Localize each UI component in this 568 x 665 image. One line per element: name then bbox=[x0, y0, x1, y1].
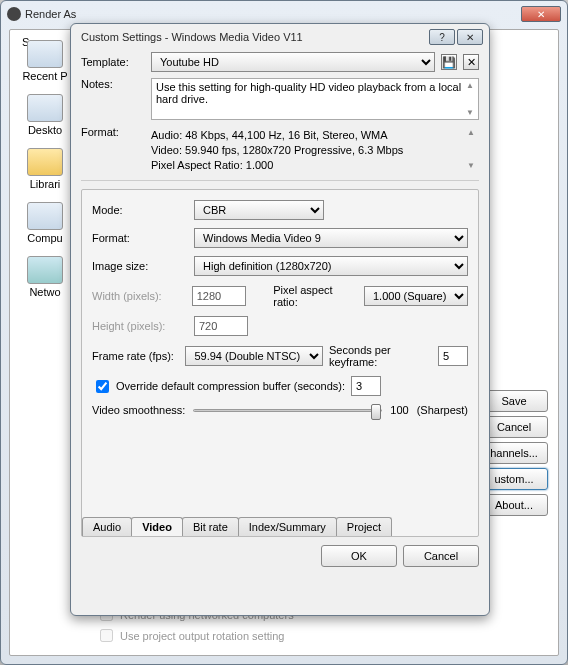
window-title: Render As bbox=[21, 8, 521, 20]
save-button[interactable]: Save bbox=[480, 390, 548, 412]
format-label: Format: bbox=[81, 126, 145, 138]
imgsize-label: Image size: bbox=[92, 260, 188, 272]
channels-button[interactable]: hannels... bbox=[480, 442, 548, 464]
notes-label: Notes: bbox=[81, 78, 145, 90]
notes-scrollbar[interactable]: ▲▼ bbox=[464, 81, 476, 117]
vformat-label: Format: bbox=[92, 232, 188, 244]
tab-video[interactable]: Video bbox=[131, 517, 183, 536]
override-input[interactable] bbox=[351, 376, 381, 396]
height-label: Height (pixels): bbox=[92, 320, 188, 332]
tab-audio[interactable]: Audio bbox=[82, 517, 132, 536]
sidebar-item-network[interactable]: Netwo bbox=[16, 256, 74, 298]
mode-label: Mode: bbox=[92, 204, 188, 216]
settings-tabs: Audio Video Bit rate Index/Summary Proje… bbox=[82, 517, 391, 536]
template-select[interactable]: Youtube HD bbox=[151, 52, 435, 72]
app-icon bbox=[7, 7, 21, 21]
right-button-column: Save Cancel hannels... ustom... About... bbox=[480, 390, 548, 516]
notes-textarea[interactable]: Use this setting for high-quality HD vid… bbox=[151, 78, 479, 120]
width-label: Width (pixels): bbox=[92, 290, 186, 302]
par-label: Pixel aspect ratio: bbox=[273, 284, 358, 308]
sub-window-title: Custom Settings - Windows Media Video V1… bbox=[77, 31, 429, 43]
format-scrollbar[interactable]: ▲▼ bbox=[465, 128, 477, 172]
fps-label: Frame rate (fps): bbox=[92, 350, 179, 362]
ok-button[interactable]: OK bbox=[321, 545, 397, 567]
tab-bitrate[interactable]: Bit rate bbox=[182, 517, 239, 536]
sub-footer: OK Cancel bbox=[81, 545, 479, 567]
places-sidebar: Recent P Deskto Librari Compu Netwo bbox=[16, 40, 74, 310]
custom-button[interactable]: ustom... bbox=[480, 468, 548, 490]
tab-index-summary[interactable]: Index/Summary bbox=[238, 517, 337, 536]
par-select[interactable]: 1.000 (Square) bbox=[364, 286, 468, 306]
save-template-icon[interactable]: 💾 bbox=[441, 54, 457, 70]
smoothness-label: Video smoothness: bbox=[92, 404, 185, 416]
help-icon[interactable]: ? bbox=[429, 29, 455, 45]
override-buffer-checkbox[interactable]: Override default compression buffer (sec… bbox=[92, 377, 345, 396]
slider-thumb[interactable] bbox=[371, 404, 381, 420]
custom-settings-window: Custom Settings - Windows Media Video V1… bbox=[70, 23, 490, 616]
sidebar-item-computer[interactable]: Compu bbox=[16, 202, 74, 244]
about-button[interactable]: About... bbox=[480, 494, 548, 516]
sidebar-item-recent[interactable]: Recent P bbox=[16, 40, 74, 82]
close-icon[interactable]: ✕ bbox=[521, 6, 561, 22]
cancel-button[interactable]: Cancel bbox=[480, 416, 548, 438]
sidebar-item-desktop[interactable]: Deskto bbox=[16, 94, 74, 136]
template-label: Template: bbox=[81, 56, 145, 68]
mode-select[interactable]: CBR bbox=[194, 200, 324, 220]
smoothness-suffix: (Sharpest) bbox=[417, 404, 468, 416]
vformat-select[interactable]: Windows Media Video 9 bbox=[194, 228, 468, 248]
close-icon[interactable]: ✕ bbox=[457, 29, 483, 45]
spk-input[interactable] bbox=[438, 346, 468, 366]
width-input bbox=[192, 286, 246, 306]
delete-template-icon[interactable]: ✕ bbox=[463, 54, 479, 70]
sidebar-item-libraries[interactable]: Librari bbox=[16, 148, 74, 190]
titlebar-sub: Custom Settings - Windows Media Video V1… bbox=[71, 24, 489, 50]
fps-select[interactable]: 59.94 (Double NTSC) bbox=[185, 346, 323, 366]
video-settings-panel: Mode: CBR Format: Windows Media Video 9 … bbox=[81, 189, 479, 537]
cancel-button[interactable]: Cancel bbox=[403, 545, 479, 567]
imgsize-select[interactable]: High definition (1280x720) bbox=[194, 256, 468, 276]
smoothness-slider[interactable] bbox=[193, 409, 382, 412]
height-input bbox=[194, 316, 248, 336]
sub-body: Template: Youtube HD 💾 ✕ Notes: Use this… bbox=[81, 52, 479, 605]
smoothness-value: 100 bbox=[390, 404, 408, 416]
format-summary: Audio: 48 Kbps, 44,100 Hz, 16 Bit, Stere… bbox=[151, 126, 479, 174]
divider bbox=[81, 180, 479, 181]
use-rotation-checkbox[interactable]: Use project output rotation setting bbox=[96, 626, 294, 645]
tab-project[interactable]: Project bbox=[336, 517, 392, 536]
spk-label: Seconds per keyframe: bbox=[329, 344, 432, 368]
